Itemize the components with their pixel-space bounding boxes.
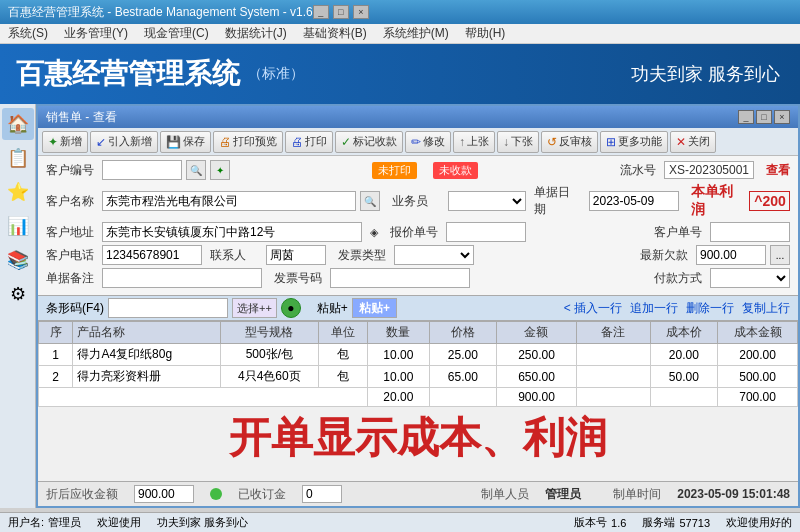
cell-price: 65.00 <box>429 366 497 388</box>
welcome-label: 欢迎使用 <box>97 515 141 530</box>
new-button[interactable]: ✦新增 <box>42 131 88 153</box>
title-bar-title: 百惠经营管理系统 - Bestrade Management System - … <box>8 4 313 21</box>
print-button[interactable]: 🖨打印 <box>285 131 333 153</box>
col-remark: 备注 <box>576 322 650 344</box>
cell-name: 得力A4复印纸80g <box>73 344 220 366</box>
sidebar-icon-chart[interactable]: 📊 <box>2 210 34 242</box>
cell-cost-price: 50.00 <box>650 366 718 388</box>
select-button[interactable]: 选择++ <box>232 298 277 318</box>
import-new-button[interactable]: ↙引入新增 <box>90 131 158 153</box>
date-label: 单据日期 <box>534 184 581 218</box>
sidebar-icon-star[interactable]: ⭐ <box>2 176 34 208</box>
cell-qty: 10.00 <box>368 344 429 366</box>
prev-button[interactable]: ↑上张 <box>453 131 495 153</box>
sidebar-icon-book[interactable]: 📚 <box>2 244 34 276</box>
cell-unit: 包 <box>319 366 368 388</box>
sidebar-icon-business[interactable]: 📋 <box>2 142 34 174</box>
contact-input[interactable] <box>266 245 326 265</box>
close-dialog-button[interactable]: ✕关闭 <box>670 131 716 153</box>
copy-up-link[interactable]: 复制上行 <box>742 300 790 317</box>
sales-dialog: 销售单 - 查看 _ □ × ✦新增 ↙引入新增 💾保存 🖨打印预览 🖨打印 ✓… <box>36 104 800 508</box>
total-cost-amount: 700.00 <box>718 388 798 407</box>
date-input[interactable] <box>589 191 679 211</box>
cell-cost-amount: 200.00 <box>718 344 798 366</box>
status-slogan-text: 功夫到家 服务到心 <box>157 515 248 530</box>
note-input[interactable] <box>102 268 262 288</box>
quotation-no-input[interactable] <box>446 222 526 242</box>
dialog-toolbar: ✦新增 ↙引入新增 💾保存 🖨打印预览 🖨打印 ✓标记收款 ✏修改 ↑上张 ↓下… <box>38 128 798 156</box>
status-unprinted: 未打印 <box>372 162 417 179</box>
discount-input[interactable] <box>134 485 194 503</box>
add-icon[interactable]: ✦ <box>210 160 230 180</box>
minimize-button[interactable]: _ <box>313 5 329 19</box>
title-bar: 百惠经营管理系统 - Bestrade Management System - … <box>0 0 800 24</box>
insert-row-link[interactable]: < 插入一行 <box>564 300 622 317</box>
maximize-button[interactable]: □ <box>333 5 349 19</box>
menu-maintain[interactable]: 系统维护(M) <box>379 25 453 42</box>
main-content: 🏠 📋 ⭐ 📊 📚 ⚙ 销售单 - 查看 _ □ × ✦新增 ↙引入新增 � <box>0 104 800 508</box>
close-button[interactable]: × <box>353 5 369 19</box>
customer-name-search-icon[interactable]: 🔍 <box>360 191 380 211</box>
table-row[interactable]: 2 得力亮彩资料册 4只4色60页 包 10.00 65.00 650.00 5… <box>39 366 798 388</box>
max-debt-more[interactable]: ... <box>770 245 790 265</box>
address-input[interactable] <box>102 222 362 242</box>
pay-method-select[interactable] <box>710 268 790 288</box>
menu-base[interactable]: 基础资料(B) <box>299 25 371 42</box>
footer-right-text: 欢迎使用好的 <box>726 515 792 530</box>
menu-stats[interactable]: 数据统计(J) <box>221 25 291 42</box>
cell-remark <box>576 366 650 388</box>
cell-spec: 500张/包 <box>220 344 318 366</box>
note-label: 单据备注 <box>46 270 98 287</box>
contact-label: 联系人 <box>210 247 262 264</box>
time-label: 制单时间 <box>613 486 661 503</box>
profit-value: ^200 <box>749 191 790 211</box>
paid-label: 已收订金 <box>238 486 286 503</box>
col-spec: 型号规格 <box>220 322 318 344</box>
status-footer-right: 欢迎使用好的 <box>726 515 792 530</box>
sidebar-icon-settings[interactable]: ⚙ <box>2 278 34 310</box>
search-icon[interactable]: 🔍 <box>186 160 206 180</box>
cell-amount: 650.00 <box>497 366 577 388</box>
append-row-link[interactable]: 追加一行 <box>630 300 678 317</box>
dialog-minimize[interactable]: _ <box>738 110 754 124</box>
customer-order-input[interactable] <box>710 222 790 242</box>
next-button[interactable]: ↓下张 <box>497 131 539 153</box>
dialog-title-bar: 销售单 - 查看 _ □ × <box>38 106 798 128</box>
sidebar-icon-work[interactable]: 🏠 <box>2 108 34 140</box>
mark-collected-button[interactable]: ✓标记收款 <box>335 131 403 153</box>
print-preview-button[interactable]: 🖨打印预览 <box>213 131 283 153</box>
paid-input[interactable] <box>302 485 342 503</box>
status-user: 用户名: 管理员 <box>8 515 81 530</box>
modify-button[interactable]: ✏修改 <box>405 131 451 153</box>
save-button[interactable]: 💾保存 <box>160 131 211 153</box>
customer-code-input[interactable] <box>102 160 182 180</box>
table-row[interactable]: 1 得力A4复印纸80g 500张/包 包 10.00 25.00 250.00… <box>39 344 798 366</box>
invoice-code-input[interactable] <box>330 268 470 288</box>
pay-method-label: 付款方式 <box>654 270 702 287</box>
barcode-area: 条形码(F4) 选择++ ● <box>46 298 301 318</box>
barcode-input[interactable] <box>108 298 228 318</box>
menu-system[interactable]: 系统(S) <box>4 25 52 42</box>
menu-cash[interactable]: 现金管理(C) <box>140 25 213 42</box>
more-function-button[interactable]: ⊞更多功能 <box>600 131 668 153</box>
invoice-type-label: 发票类型 <box>338 247 390 264</box>
salesperson-select[interactable] <box>448 191 526 211</box>
phone-input[interactable] <box>102 245 202 265</box>
green-circle[interactable]: ● <box>281 298 301 318</box>
customer-order-label: 客户单号 <box>654 224 702 241</box>
max-debt-input[interactable] <box>696 245 766 265</box>
invoice-type-select[interactable] <box>394 245 474 265</box>
paste-button[interactable]: 粘贴+ <box>352 298 397 318</box>
port-value: 57713 <box>679 517 710 529</box>
dialog-close[interactable]: × <box>774 110 790 124</box>
menu-business[interactable]: 业务管理(Y) <box>60 25 132 42</box>
green-dot <box>210 488 222 500</box>
view-link[interactable]: 查看 <box>766 162 790 179</box>
menu-help[interactable]: 帮助(H) <box>461 25 510 42</box>
customer-name-input[interactable] <box>102 191 356 211</box>
dialog-maximize[interactable]: □ <box>756 110 772 124</box>
delete-row-link[interactable]: 删除一行 <box>686 300 734 317</box>
col-cost-price: 成本价 <box>650 322 718 344</box>
paste-label: 粘贴+ <box>317 300 348 317</box>
unapprove-button[interactable]: ↺反审核 <box>541 131 598 153</box>
